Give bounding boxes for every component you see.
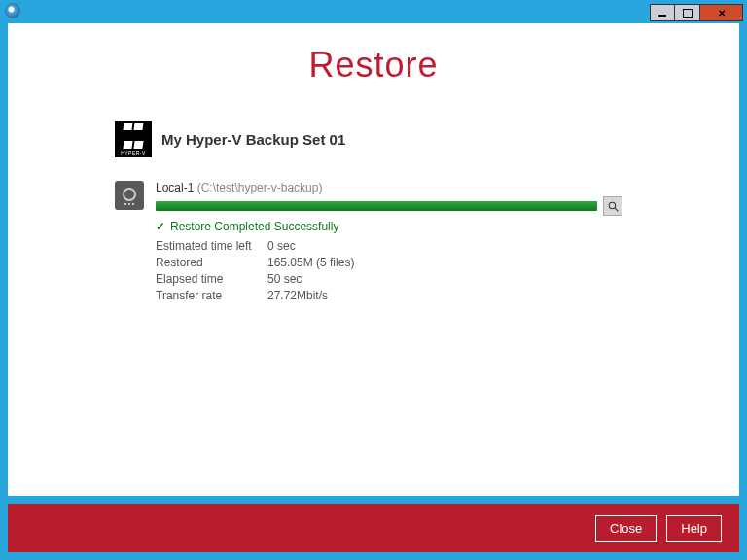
maximize-button[interactable] bbox=[675, 4, 700, 21]
destination-label: Local-1 (C:\test\hyper-v-backup) bbox=[156, 181, 622, 194]
footer-bar: Close Help bbox=[8, 504, 739, 552]
backup-set-name: My Hyper-V Backup Set 01 bbox=[161, 131, 345, 148]
close-button[interactable]: Close bbox=[595, 515, 657, 542]
main-panel: Restore HYPER-V My Hyper-V Backup Set 01… bbox=[8, 23, 739, 496]
stats-row: Restored165.05M (5 files) bbox=[156, 256, 622, 269]
app-icon bbox=[5, 3, 20, 18]
hyperv-icon: HYPER-V bbox=[115, 121, 152, 158]
page-title: Restore bbox=[8, 45, 739, 86]
svg-line-1 bbox=[615, 208, 618, 211]
drive-icon bbox=[115, 181, 144, 210]
help-button[interactable]: Help bbox=[666, 515, 722, 542]
minimize-button[interactable] bbox=[650, 4, 675, 21]
destination-name: Local-1 bbox=[156, 181, 194, 194]
view-log-button[interactable] bbox=[603, 196, 622, 216]
check-icon: ✓ bbox=[156, 220, 165, 233]
destination-path: (C:\test\hyper-v-backup) bbox=[197, 181, 323, 194]
stats-row: Elapsed time50 sec bbox=[156, 272, 622, 286]
magnifier-icon bbox=[607, 200, 620, 213]
status-text: Restore Completed Successfully bbox=[170, 220, 338, 233]
progress-bar bbox=[156, 201, 597, 211]
status-line: ✓ Restore Completed Successfully bbox=[156, 220, 622, 233]
stats-row: Estimated time left0 sec bbox=[156, 239, 622, 253]
titlebar bbox=[0, 0, 747, 23]
stats-row: Transfer rate27.72Mbit/s bbox=[156, 289, 622, 302]
stats-table: Estimated time left0 sec Restored165.05M… bbox=[156, 239, 622, 302]
svg-point-0 bbox=[609, 202, 616, 209]
backup-set-header: HYPER-V My Hyper-V Backup Set 01 bbox=[115, 121, 739, 158]
window-close-button[interactable] bbox=[700, 4, 743, 21]
